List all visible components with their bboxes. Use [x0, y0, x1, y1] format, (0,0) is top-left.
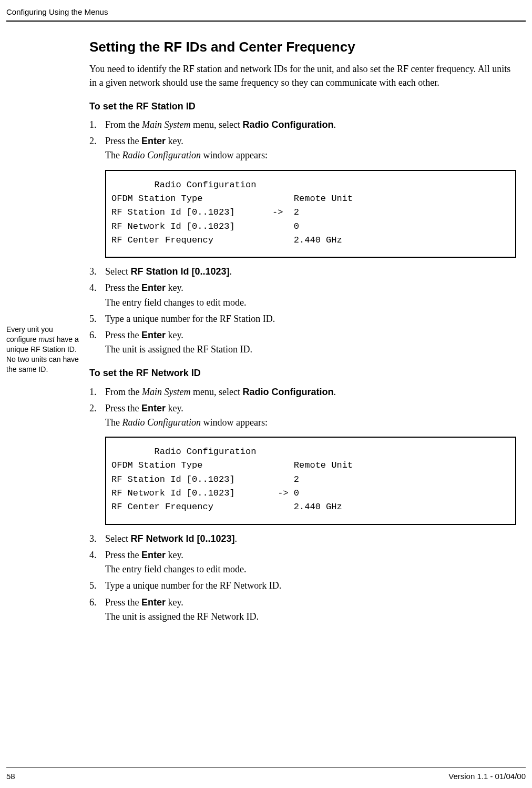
- list-item: Press the Enter key. The entry field cha…: [89, 549, 516, 576]
- list-item: Type a unique number for the RF Station …: [89, 312, 516, 326]
- section-heading-station-id: To set the RF Station ID: [89, 100, 516, 113]
- list-item: Press the Enter key. The Radio Configura…: [89, 135, 516, 162]
- list-item-subtext: The unit is assigned the RF Network ID.: [105, 610, 516, 623]
- network-id-steps-cont: Select RF Network Id [0..1023]. Press th…: [89, 532, 516, 623]
- section-heading-network-id: To set the RF Network ID: [89, 367, 516, 380]
- radio-config-window-1: Radio Configuration OFDM Station Type Re…: [105, 170, 516, 258]
- list-item-subtext: The Radio Configuration window appears:: [105, 149, 516, 162]
- list-item-subtext: The Radio Configuration window appears:: [105, 416, 516, 429]
- version-label: Version 1.1 - 01/04/00: [448, 771, 526, 782]
- list-item: From the Main System menu, select Radio …: [89, 118, 516, 132]
- page-footer: 58 Version 1.1 - 01/04/00: [6, 767, 526, 782]
- main-content: Setting the RF IDs and Center Frequency …: [89, 37, 516, 623]
- margin-note: Every unit you configure must have a uni…: [6, 325, 85, 374]
- list-item: Press the Enter key. The Radio Configura…: [89, 402, 516, 429]
- page-title: Setting the RF IDs and Center Frequency: [89, 37, 516, 56]
- intro-paragraph: You need to identify the RF station and …: [89, 63, 516, 89]
- list-item-subtext: The unit is assigned the RF Station ID.: [105, 343, 516, 356]
- station-id-steps: From the Main System menu, select Radio …: [89, 118, 516, 163]
- list-item: From the Main System menu, select Radio …: [89, 386, 516, 399]
- list-item: Press the Enter key. The unit is assigne…: [89, 596, 516, 623]
- list-item: Select RF Station Id [0..1023].: [89, 265, 516, 278]
- list-item: Select RF Network Id [0..1023].: [89, 532, 516, 545]
- page-header: Configuring Using the Menus: [6, 0, 526, 22]
- radio-config-window-2: Radio Configuration OFDM Station Type Re…: [105, 437, 516, 525]
- header-title: Configuring Using the Menus: [6, 7, 108, 16]
- list-item-subtext: The entry field changes to edit mode.: [105, 563, 516, 576]
- network-id-steps: From the Main System menu, select Radio …: [89, 386, 516, 430]
- list-item: Type a unique number for the RF Network …: [89, 579, 516, 592]
- list-item-subtext: The entry field changes to edit mode.: [105, 296, 516, 309]
- margin-note-italic: must: [38, 335, 54, 344]
- station-id-steps-cont: Select RF Station Id [0..1023]. Press th…: [89, 265, 516, 356]
- page-number: 58: [6, 771, 15, 782]
- list-item: Press the Enter key. The entry field cha…: [89, 281, 516, 309]
- list-item: Press the Enter key. The unit is assigne…: [89, 329, 516, 356]
